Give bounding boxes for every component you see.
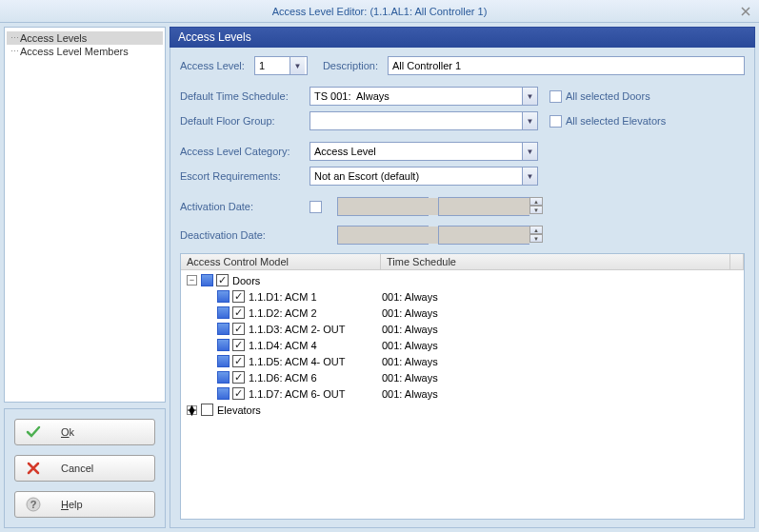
door-checkbox[interactable]: ✓ [232,290,245,303]
window-title: Access Level Editor: (1.1.AL1: All Contr… [272,6,488,17]
door-icon [217,387,230,400]
activation-date-label: Activation Date: [180,201,304,212]
cancel-button[interactable]: Cancel [14,455,155,482]
help-button[interactable]: ? Help [14,491,155,518]
door-icon [217,339,230,351]
nav-item-label: Access Level Members [20,46,129,57]
all-selected-elevators-checkbox[interactable] [549,115,562,128]
door-icon [217,290,230,303]
description-input[interactable] [388,56,745,75]
tree-panel: Access Control Model Time Schedule −✓Doo… [180,253,745,520]
door-icon [217,306,230,319]
nav-panel: ⋯ Access Levels ⋯ Access Level Members [4,27,166,403]
door-schedule: 001: Always [382,356,438,367]
x-icon [25,460,42,477]
tree-header-blank [730,254,744,269]
door-label: 1.1.D4: ACM 4 [249,340,382,351]
all-selected-elevators-checkbox-wrap[interactable]: All selected Elevators [549,115,666,128]
door-schedule: 001: Always [382,291,438,303]
door-icon [217,355,230,367]
activation-time-input[interactable] [438,197,529,216]
panel-title: Access Levels [170,27,755,48]
door-label: 1.1.D3: ACM 2- OUT [249,324,382,335]
description-label: Description: [323,60,378,71]
ok-button[interactable]: Ok [14,419,155,445]
access-level-input[interactable] [255,57,290,74]
door-schedule: 001: Always [382,340,438,351]
door-icon [217,323,230,335]
escort-label: Escort Requirements: [180,170,304,182]
ok-button-label: Ok [61,426,145,438]
nav-item-access-level-members[interactable]: ⋯ Access Level Members [7,45,163,58]
door-checkbox[interactable]: ✓ [232,371,245,384]
activation-date-combo[interactable]: ▼ [337,197,429,216]
default-time-schedule-combo[interactable]: ▼ [310,87,538,106]
cancel-button-label: Cancel [61,463,145,474]
default-time-schedule-label: Default Time Schedule: [180,90,304,102]
deactivation-date-label: Deactivation Date: [180,229,304,241]
door-label: 1.1.D6: ACM 6 [249,372,382,384]
access-level-combo[interactable]: ▼ [254,56,308,75]
door-checkbox[interactable]: ✓ [232,387,245,400]
door-checkbox[interactable]: ✓ [232,339,245,351]
spinner-down-icon[interactable]: ▼ [529,206,543,214]
all-selected-doors-checkbox[interactable] [549,90,562,103]
door-schedule: 001: Always [382,388,438,400]
all-selected-doors-checkbox-wrap[interactable]: All selected Doors [549,90,650,103]
default-time-schedule-input[interactable] [310,88,522,105]
folder-icon [201,274,213,286]
tree-collapse-icon[interactable]: − [187,275,197,286]
deactivation-date-combo[interactable]: ▼ [337,226,429,245]
tree-body[interactable]: −✓Doors✓1.1.D1: ACM 1001: Always✓1.1.D2:… [181,270,744,519]
spinner-up-icon[interactable]: ▲ [529,226,543,234]
chevron-down-icon[interactable]: ▼ [290,57,305,74]
default-floor-group-combo[interactable]: ▼ [310,111,538,130]
elevators-label: Elevators [217,404,261,416]
chevron-down-icon[interactable]: ▼ [522,167,537,185]
door-label: 1.1.D2: ACM 2 [249,307,382,319]
door-label: 1.1.D1: ACM 1 [249,291,382,303]
tree-header: Access Control Model Time Schedule [181,254,744,270]
check-icon [25,424,42,441]
escort-input[interactable] [310,167,522,185]
tree-dots-icon: ⋯ [10,33,18,43]
deactivation-time-input[interactable] [438,226,529,245]
tree-header-model[interactable]: Access Control Model [181,254,381,269]
all-selected-doors-label: All selected Doors [566,90,650,102]
door-icon [217,371,230,384]
door-checkbox[interactable]: ✓ [232,306,245,319]
default-floor-group-label: Default Floor Group: [180,115,304,127]
deactivation-time-spinner[interactable]: ▲ ▼ [529,226,543,245]
all-selected-elevators-label: All selected Elevators [566,115,666,127]
elevators-checkbox[interactable] [201,404,213,416]
doors-checkbox[interactable]: ✓ [216,274,229,286]
door-label: 1.1.D7: ACM 6- OUT [249,388,382,400]
titlebar: Access Level Editor: (1.1.AL1: All Contr… [0,0,759,23]
activation-time-spinner[interactable]: ▲ ▼ [529,197,543,216]
chevron-down-icon[interactable]: ▼ [522,112,537,129]
tree-dots-icon: ⋯ [10,47,18,56]
nav-item-access-levels[interactable]: ⋯ Access Levels [7,31,163,45]
category-input[interactable] [310,143,522,160]
door-schedule: 001: Always [382,324,438,335]
tree-sort-icon[interactable]: ▲▼ [187,405,197,415]
help-icon: ? [25,496,42,513]
door-checkbox[interactable]: ✓ [232,323,245,335]
door-checkbox[interactable]: ✓ [232,355,245,367]
chevron-down-icon[interactable]: ▼ [522,88,537,105]
category-label: Access Level Category: [180,146,304,157]
help-button-label: Help [61,499,145,510]
door-schedule: 001: Always [382,372,438,384]
activation-date-checkbox[interactable] [310,201,322,213]
default-floor-group-input[interactable] [310,112,522,129]
spinner-down-icon[interactable]: ▼ [529,234,543,243]
spinner-up-icon[interactable]: ▲ [529,197,543,206]
escort-combo[interactable]: ▼ [310,167,538,186]
tree-header-schedule[interactable]: Time Schedule [381,254,730,269]
nav-item-label: Access Levels [20,32,87,44]
door-label: 1.1.D5: ACM 4- OUT [249,356,382,367]
chevron-down-icon[interactable]: ▼ [522,143,537,160]
access-level-label: Access Level: [180,60,245,71]
category-combo[interactable]: ▼ [310,142,538,161]
close-icon[interactable] [738,4,753,19]
